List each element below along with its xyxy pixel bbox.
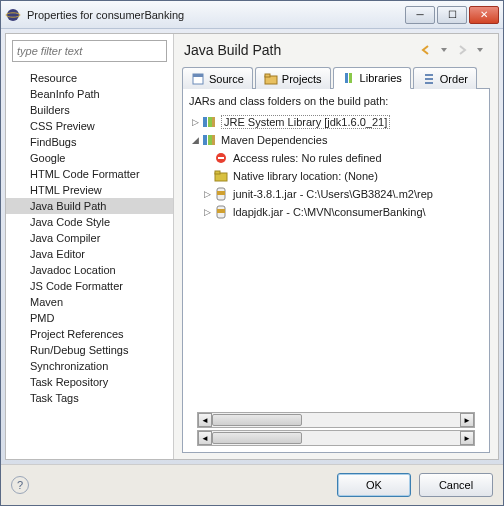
tab-source[interactable]: Source: [182, 67, 253, 89]
category-item[interactable]: Builders: [6, 102, 173, 118]
help-icon[interactable]: ?: [11, 476, 29, 494]
svg-rect-8: [203, 117, 207, 127]
category-item[interactable]: FindBugs: [6, 134, 173, 150]
forward-menu-icon[interactable]: [472, 42, 488, 58]
tree-row[interactable]: Native library location: (None): [189, 167, 483, 185]
category-item[interactable]: Java Editor: [6, 246, 173, 262]
maximize-button[interactable]: ☐: [437, 6, 467, 24]
properties-dialog: Properties for consumerBanking ─ ☐ ✕ Res…: [0, 0, 504, 506]
category-item[interactable]: BeanInfo Path: [6, 86, 173, 102]
category-item[interactable]: Java Compiler: [6, 230, 173, 246]
hscroll-outer[interactable]: ◄ ►: [197, 430, 475, 446]
category-tree[interactable]: ResourceBeanInfo PathBuildersCSS Preview…: [6, 68, 173, 459]
tab-projects[interactable]: Projects: [255, 67, 331, 89]
category-item[interactable]: PMD: [6, 310, 173, 326]
cancel-button[interactable]: Cancel: [419, 473, 493, 497]
category-item[interactable]: HTML Code Formatter: [6, 166, 173, 182]
category-item[interactable]: Google: [6, 150, 173, 166]
svg-rect-7: [349, 73, 352, 83]
page-title: Java Build Path: [184, 42, 418, 58]
tab-libraries[interactable]: Libraries: [333, 67, 411, 89]
tab-label: Source: [209, 73, 244, 85]
tab-label: Libraries: [360, 72, 402, 84]
tree-label: JRE System Library [jdk1.6.0_21]: [221, 115, 390, 129]
tree-row[interactable]: Access rules: No rules defined: [189, 149, 483, 167]
category-item[interactable]: CSS Preview: [6, 118, 173, 134]
svg-rect-21: [217, 209, 225, 213]
tree-label: Access rules: No rules defined: [233, 152, 382, 164]
svg-rect-5: [265, 74, 270, 77]
filter-input[interactable]: [12, 40, 167, 62]
back-menu-icon[interactable]: [436, 42, 452, 58]
expander-icon[interactable]: ◢: [189, 135, 201, 145]
filter-container: [12, 40, 167, 62]
svg-rect-15: [218, 157, 224, 159]
svg-point-0: [7, 9, 19, 21]
scroll-thumb[interactable]: [212, 432, 302, 444]
tab-icon: [191, 72, 205, 86]
scroll-thumb[interactable]: [212, 414, 302, 426]
ok-button[interactable]: OK: [337, 473, 411, 497]
tab-label: Projects: [282, 73, 322, 85]
tab-bar: SourceProjectsLibrariesOrder: [182, 66, 490, 89]
category-item[interactable]: Task Tags: [6, 390, 173, 406]
back-icon[interactable]: [418, 42, 434, 58]
category-item[interactable]: Java Code Style: [6, 214, 173, 230]
svg-rect-19: [217, 191, 225, 195]
svg-rect-11: [203, 135, 207, 145]
scroll-left-icon[interactable]: ◄: [198, 431, 212, 445]
scroll-right-icon[interactable]: ►: [460, 431, 474, 445]
jar-icon: [213, 186, 229, 202]
titlebar: Properties for consumerBanking ─ ☐ ✕: [1, 1, 503, 29]
expander-icon[interactable]: ▷: [201, 189, 213, 199]
category-item[interactable]: Task Repository: [6, 374, 173, 390]
detail-header: Java Build Path: [174, 34, 498, 62]
svg-rect-9: [208, 117, 212, 127]
scroll-left-icon[interactable]: ◄: [198, 413, 212, 427]
category-item[interactable]: Javadoc Location: [6, 262, 173, 278]
lib-icon: [201, 132, 217, 148]
svg-rect-13: [212, 135, 215, 145]
dialog-body: ResourceBeanInfo PathBuildersCSS Preview…: [5, 33, 499, 460]
tree-label: ldapjdk.jar - C:\MVN\consumerBanking\: [233, 206, 426, 218]
category-item[interactable]: Synchronization: [6, 358, 173, 374]
eclipse-icon: [5, 7, 21, 23]
nav-arrows: [418, 42, 488, 58]
category-pane: ResourceBeanInfo PathBuildersCSS Preview…: [6, 34, 174, 459]
tree-label: Maven Dependencies: [221, 134, 327, 146]
category-item[interactable]: Project References: [6, 326, 173, 342]
expander-icon[interactable]: ▷: [201, 207, 213, 217]
minimize-button[interactable]: ─: [405, 6, 435, 24]
hscroll-inner[interactable]: ◄ ►: [197, 412, 475, 428]
scroll-area: ◄ ► ◄ ►: [189, 410, 483, 446]
svg-rect-10: [212, 117, 215, 127]
rules-icon: [213, 150, 229, 166]
category-item[interactable]: Run/Debug Settings: [6, 342, 173, 358]
detail-pane: Java Build Path SourceProjectsLibrariesO…: [174, 34, 498, 459]
native-icon: [213, 168, 229, 184]
libraries-description: JARs and class folders on the build path…: [189, 95, 483, 107]
tree-label: junit-3.8.1.jar - C:\Users\GB3824\.m2\re…: [233, 188, 433, 200]
window-title: Properties for consumerBanking: [27, 9, 405, 21]
tree-row[interactable]: ◢Maven Dependencies: [189, 131, 483, 149]
tab-order[interactable]: Order: [413, 67, 477, 89]
svg-rect-6: [345, 73, 348, 83]
scroll-right-icon[interactable]: ►: [460, 413, 474, 427]
expander-icon[interactable]: ▷: [189, 117, 201, 127]
category-item[interactable]: JS Code Formatter: [6, 278, 173, 294]
tree-row[interactable]: ▷junit-3.8.1.jar - C:\Users\GB3824\.m2\r…: [189, 185, 483, 203]
tree-label: Native library location: (None): [233, 170, 378, 182]
tab-icon: [264, 72, 278, 86]
libraries-tree[interactable]: ▷JRE System Library [jdk1.6.0_21]◢Maven …: [189, 113, 483, 410]
category-item[interactable]: Resource: [6, 70, 173, 86]
close-button[interactable]: ✕: [469, 6, 499, 24]
tree-row[interactable]: ▷ldapjdk.jar - C:\MVN\consumerBanking\: [189, 203, 483, 221]
tree-row[interactable]: ▷JRE System Library [jdk1.6.0_21]: [189, 113, 483, 131]
dialog-footer: ? OK Cancel: [1, 464, 503, 505]
tab-icon: [342, 71, 356, 85]
category-item[interactable]: HTML Preview: [6, 182, 173, 198]
category-item[interactable]: Java Build Path: [6, 198, 173, 214]
svg-rect-12: [208, 135, 212, 145]
svg-rect-3: [193, 74, 203, 77]
category-item[interactable]: Maven: [6, 294, 173, 310]
